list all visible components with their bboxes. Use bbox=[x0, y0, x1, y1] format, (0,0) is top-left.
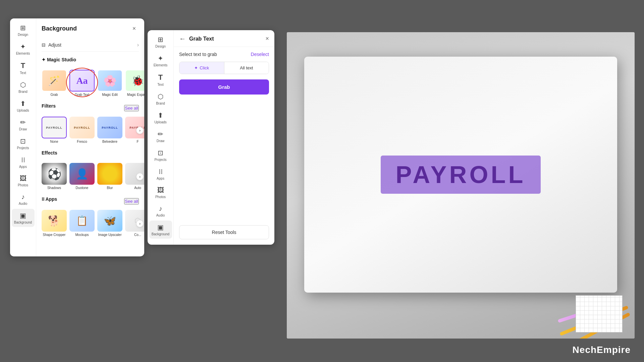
grab-sidebar-brand[interactable]: ⬡ Brand bbox=[149, 90, 172, 108]
co-label: Co... bbox=[134, 233, 141, 237]
apps-grid-icon: ⁞⁞ bbox=[42, 196, 45, 202]
filter-belvedere-label: Belvedere bbox=[102, 140, 117, 143]
grab-background-icon: ▣ bbox=[157, 223, 164, 231]
brand-icon: ⬡ bbox=[20, 81, 26, 89]
grab-panel-title-row: ← Grab Text bbox=[179, 35, 214, 43]
adjust-row[interactable]: ⊟ Adjust › bbox=[42, 39, 139, 52]
grab-sidebar-design[interactable]: ⊞ Design bbox=[149, 33, 172, 51]
grab-photos-icon: 🖼 bbox=[157, 186, 164, 194]
grab-sidebar-audio[interactable]: ♪ Audio bbox=[149, 202, 172, 220]
back-button[interactable]: ← bbox=[179, 35, 186, 43]
sidebar-item-design[interactable]: ⊞ Design bbox=[12, 21, 35, 39]
app-shape-cropper[interactable]: 🐕 Shape Cropper bbox=[42, 210, 67, 237]
grab-label: Grab bbox=[50, 93, 58, 97]
apps-see-all-button[interactable]: See all bbox=[124, 198, 139, 204]
magic-edit-thumb: 🌸 bbox=[97, 70, 122, 92]
apps-grid: 🐕 Shape Cropper 📋 Mockups 🦋 Image Upscal… bbox=[42, 210, 139, 237]
grab-sidebar-projects[interactable]: ⊡ Projects bbox=[149, 146, 172, 164]
effect-blur[interactable]: Blur bbox=[97, 163, 122, 190]
deselect-button[interactable]: Deselect bbox=[251, 52, 269, 57]
filter-fresco-thumb: PAYROLL bbox=[69, 117, 95, 138]
sidebar-item-elements[interactable]: ✦ Elements bbox=[12, 40, 35, 58]
sidebar-item-photos[interactable]: 🖼 Photos bbox=[12, 172, 35, 190]
panel-title: Background bbox=[42, 25, 77, 32]
click-toggle-button[interactable]: ✦ Click bbox=[179, 62, 224, 74]
grab-panel-title: Grab Text bbox=[189, 36, 214, 42]
filters-section-header: Filters See all bbox=[42, 103, 139, 113]
filters-see-all-button[interactable]: See all bbox=[124, 105, 139, 111]
grab-text-icon: T bbox=[158, 73, 163, 82]
magic-expand-label: Magic Expand bbox=[127, 93, 144, 97]
grab-button[interactable]: Grab bbox=[179, 79, 269, 95]
magic-studio-section: ✦ Magic Studio bbox=[42, 57, 139, 66]
all-text-toggle-button[interactable]: All text bbox=[224, 62, 269, 74]
magic-item-magic-expand[interactable]: 🐞 Magic Expand bbox=[125, 70, 144, 97]
sidebar-item-projects[interactable]: ⊡ Projects bbox=[12, 134, 35, 153]
grab-sidebar-background[interactable]: ▣ Background bbox=[149, 221, 172, 239]
magic-edit-label: Magic Edit bbox=[102, 93, 118, 97]
grab-button-container: Grab bbox=[174, 79, 274, 100]
sidebar-item-uploads[interactable]: ⬆ Uploads bbox=[12, 97, 35, 115]
shape-cropper-thumb: 🐕 bbox=[42, 210, 67, 232]
grab-sidebar-text[interactable]: T Text bbox=[149, 70, 172, 89]
sliders-icon: ⊟ bbox=[42, 42, 46, 48]
effect-auto-label: Auto bbox=[134, 186, 141, 190]
grab-sidebar-draw[interactable]: ✏ Draw bbox=[149, 127, 172, 145]
grab-sidebar-uploads[interactable]: ⬆ Uploads bbox=[149, 109, 172, 127]
effect-duotone-thumb: 👤 bbox=[69, 163, 95, 185]
cursor-icon: ✦ bbox=[194, 65, 198, 70]
grab-sidebar-elements[interactable]: ✦ Elements bbox=[149, 52, 172, 70]
grab-sidebar-photos[interactable]: 🖼 Photos bbox=[149, 184, 172, 201]
effect-duotone[interactable]: 👤 Duotone bbox=[69, 163, 95, 190]
grab-design-icon: ⊞ bbox=[158, 36, 163, 44]
grab-text-label: Grab Text bbox=[75, 93, 89, 97]
effects-grid: ⚽ Shadows 👤 Duotone Blur Auto › bbox=[42, 163, 139, 190]
payroll-text-container: PAYROLL bbox=[381, 156, 540, 194]
sidebar-item-text[interactable]: T Text bbox=[12, 59, 35, 77]
filter-belvedere[interactable]: PAYROLL Belvedere bbox=[97, 117, 122, 143]
filter-none[interactable]: PAYROLL None bbox=[42, 117, 67, 143]
audio-icon: ♪ bbox=[21, 193, 25, 201]
grab-audio-icon: ♪ bbox=[159, 205, 162, 213]
app-image-upscaler[interactable]: 🦋 Image Upscaler bbox=[97, 210, 122, 237]
reset-tools-button[interactable]: Reset Tools bbox=[179, 225, 269, 239]
magic-item-grab[interactable]: 🪄 Grab bbox=[42, 70, 67, 97]
grab-text-container: ⊞ Design ✦ Elements T Text ⬡ Brand ⬆ Upl… bbox=[148, 30, 274, 245]
sidebar-item-brand[interactable]: ⬡ Brand bbox=[12, 78, 35, 96]
app-mockups[interactable]: 📋 Mockups bbox=[69, 210, 95, 237]
grab-text-image: Aa bbox=[70, 70, 94, 91]
filter-f-label: F bbox=[137, 140, 139, 143]
background-panel: ⊞ Design ✦ Elements T Text ⬡ Brand ⬆ Upl… bbox=[10, 18, 144, 256]
magic-icon: ✦ bbox=[42, 57, 47, 62]
magic-expand-thumb: 🐞 bbox=[125, 70, 144, 92]
filters-next-button[interactable]: › bbox=[136, 127, 144, 134]
apps-title: ⁞⁞ Apps bbox=[42, 196, 57, 202]
apps-next-button[interactable]: › bbox=[136, 220, 144, 227]
text-icon: T bbox=[21, 61, 25, 70]
effects-section-header: Effects bbox=[42, 150, 139, 160]
grab-apps-icon: ⁞⁞ bbox=[159, 168, 163, 176]
magic-item-grab-text[interactable]: Aa Grab Text bbox=[69, 70, 95, 97]
sidebar-item-audio[interactable]: ♪ Audio bbox=[12, 190, 35, 208]
effect-shadows[interactable]: ⚽ Shadows bbox=[42, 163, 67, 190]
design-icon: ⊞ bbox=[20, 24, 26, 32]
grab-panel-close-button[interactable]: × bbox=[265, 35, 269, 42]
sidebar-item-draw[interactable]: ✏ Draw bbox=[12, 116, 35, 134]
filter-fresco[interactable]: PAYROLL Fresco bbox=[69, 117, 95, 143]
close-button[interactable]: × bbox=[129, 24, 139, 33]
grab-projects-icon: ⊡ bbox=[158, 149, 163, 157]
sidebar-item-apps[interactable]: ⁞⁞ Apps bbox=[12, 153, 35, 171]
left-sidebar: ⊞ Design ✦ Elements T Text ⬡ Brand ⬆ Upl… bbox=[10, 18, 36, 256]
grab-toggle-group: ✦ Click All text bbox=[179, 62, 269, 74]
grab-uploads-icon: ⬆ bbox=[158, 111, 163, 119]
effects-next-button[interactable]: › bbox=[136, 173, 144, 180]
filter-fresco-label: Fresco bbox=[77, 140, 87, 143]
chevron-right-icon: › bbox=[137, 42, 139, 48]
grab-sidebar-apps[interactable]: ⁞⁞ Apps bbox=[149, 165, 172, 183]
grab-brand-icon: ⬡ bbox=[158, 93, 163, 101]
watermark: NechEmpire bbox=[573, 345, 631, 355]
magic-item-magic-edit[interactable]: 🌸 Magic Edit bbox=[97, 70, 122, 97]
sidebar-item-background[interactable]: ▣ Background bbox=[12, 209, 35, 227]
payroll-text: PAYROLL bbox=[395, 161, 526, 188]
effect-shadows-label: Shadows bbox=[47, 186, 61, 190]
